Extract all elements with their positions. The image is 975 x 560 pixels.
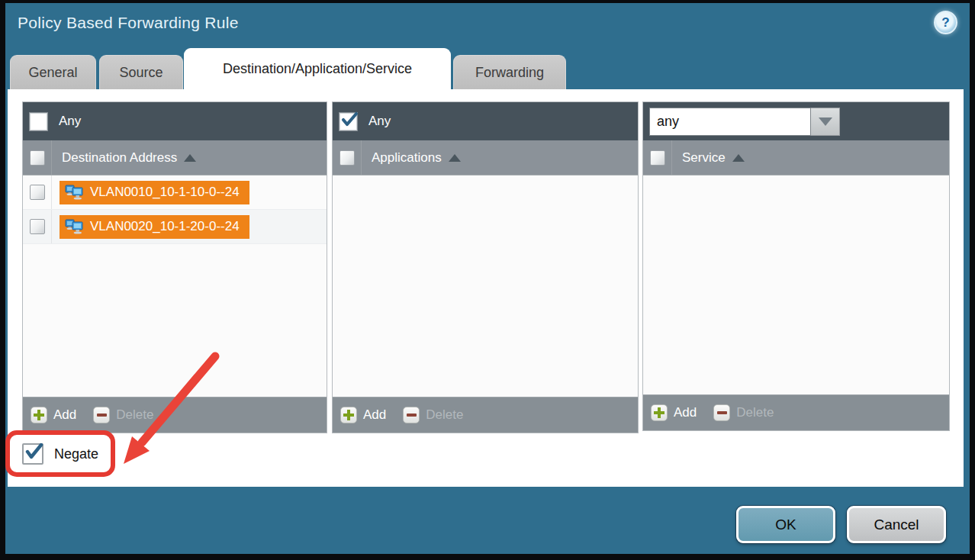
negate-checkbox[interactable] bbox=[22, 443, 43, 465]
tab-content-panel: Any Destination Address bbox=[8, 89, 964, 487]
destination-header-label[interactable]: Destination Address bbox=[62, 150, 177, 166]
chevron-down-icon bbox=[819, 117, 832, 126]
destination-address-column: Any Destination Address bbox=[22, 101, 327, 433]
delete-icon bbox=[93, 407, 110, 423]
delete-icon bbox=[403, 407, 420, 423]
destination-add-button[interactable]: Add bbox=[31, 407, 76, 423]
sort-ascending-icon bbox=[184, 154, 196, 162]
service-list bbox=[643, 175, 949, 394]
row-checkbox[interactable] bbox=[30, 185, 45, 200]
applications-footer: Add Delete bbox=[333, 397, 638, 433]
service-column: any Service Add bbox=[642, 101, 950, 431]
network-computers-icon bbox=[65, 219, 84, 235]
destination-any-checkbox[interactable] bbox=[30, 113, 47, 130]
add-icon bbox=[340, 407, 357, 423]
delete-icon bbox=[713, 404, 730, 421]
table-row[interactable]: VLAN0020_10-1-20-0--24 bbox=[23, 210, 327, 244]
applications-add-button[interactable]: Add bbox=[340, 407, 386, 423]
row-checkbox[interactable] bbox=[30, 219, 45, 234]
tab-general[interactable]: General bbox=[10, 55, 96, 89]
destination-any-label: Any bbox=[59, 114, 81, 129]
checkmark-icon bbox=[339, 111, 359, 128]
applications-delete-button[interactable]: Delete bbox=[403, 407, 463, 423]
tab-forwarding[interactable]: Forwarding bbox=[453, 55, 566, 89]
negate-label: Negate bbox=[54, 446, 98, 462]
add-icon bbox=[651, 404, 668, 421]
dialog-title: Policy Based Forwarding Rule bbox=[18, 14, 239, 32]
address-object-label: VLAN0020_10-1-20-0--24 bbox=[90, 219, 240, 234]
network-computers-icon bbox=[65, 185, 84, 201]
ok-button[interactable]: OK bbox=[736, 506, 835, 543]
address-object-tag[interactable]: VLAN0010_10-1-10-0--24 bbox=[60, 181, 249, 204]
destination-footer: Add Delete bbox=[23, 397, 327, 433]
screen: Policy Based Forwarding Rule ? General S… bbox=[0, 0, 975, 560]
cancel-button[interactable]: Cancel bbox=[847, 506, 946, 543]
pbf-rule-dialog: Policy Based Forwarding Rule ? General S… bbox=[5, 3, 970, 554]
help-icon[interactable]: ? bbox=[934, 11, 957, 34]
applications-any-label: Any bbox=[368, 114, 391, 129]
applications-any-header: Any bbox=[333, 102, 638, 140]
destination-select-all-checkbox[interactable] bbox=[30, 150, 45, 166]
applications-header-label[interactable]: Applications bbox=[372, 150, 442, 166]
service-dropdown: any bbox=[649, 108, 840, 136]
service-any-header: any bbox=[643, 102, 949, 140]
tab-source[interactable]: Source bbox=[99, 55, 183, 89]
service-column-header: Service bbox=[643, 140, 949, 175]
destination-any-header: Any bbox=[23, 102, 327, 140]
address-object-label: VLAN0010_10-1-10-0--24 bbox=[90, 185, 240, 200]
checkmark-icon bbox=[23, 442, 43, 461]
service-header-label[interactable]: Service bbox=[682, 150, 726, 166]
service-footer: Add Delete bbox=[643, 394, 949, 430]
applications-any-checkbox[interactable] bbox=[339, 113, 357, 130]
destination-delete-button[interactable]: Delete bbox=[93, 407, 153, 423]
applications-list bbox=[333, 175, 638, 397]
destination-column-header: Destination Address bbox=[23, 140, 327, 175]
table-row[interactable]: VLAN0010_10-1-10-0--24 bbox=[23, 175, 327, 210]
sort-ascending-icon bbox=[732, 154, 745, 162]
sort-ascending-icon bbox=[449, 154, 461, 162]
address-object-tag[interactable]: VLAN0020_10-1-20-0--24 bbox=[60, 215, 249, 239]
applications-column-header: Applications bbox=[333, 140, 638, 175]
destination-list: VLAN0010_10-1-10-0--24 bbox=[23, 175, 327, 397]
negate-row: Negate bbox=[22, 443, 98, 465]
add-icon bbox=[31, 407, 47, 423]
service-dropdown-button[interactable] bbox=[811, 108, 840, 136]
applications-select-all-checkbox[interactable] bbox=[339, 150, 355, 166]
service-dropdown-value[interactable]: any bbox=[649, 108, 811, 136]
service-select-all-checkbox[interactable] bbox=[650, 150, 665, 166]
applications-column: Any Applications Add Delete bbox=[332, 101, 639, 433]
tab-destination-application-service[interactable]: Destination/Application/Service bbox=[184, 48, 451, 89]
service-add-button[interactable]: Add bbox=[651, 404, 697, 421]
service-delete-button[interactable]: Delete bbox=[713, 404, 774, 421]
